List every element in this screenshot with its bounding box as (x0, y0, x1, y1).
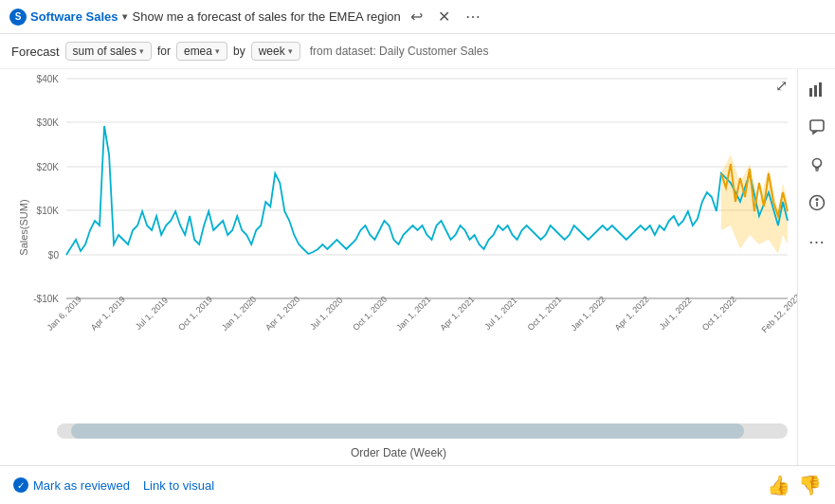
app-name: Software Sales (30, 9, 118, 24)
bottom-bar-left: ✓ Mark as reviewed Link to visual (13, 477, 752, 493)
svg-rect-33 (819, 82, 822, 97)
svg-text:Apr 1, 2021: Apr 1, 2021 (438, 295, 476, 333)
svg-text:Jan 1, 2021: Jan 1, 2021 (394, 295, 432, 333)
query-text: Show me a forecast of sales for the EMEA… (133, 9, 401, 24)
svg-text:Oct 1, 2020: Oct 1, 2020 (351, 295, 389, 333)
link-to-visual-label: Link to visual (143, 478, 214, 493)
bottom-bar: ✓ Mark as reviewed Link to visual 👍 👎 (0, 465, 835, 504)
top-bar: S Software Sales ▾ Show me a forecast of… (0, 0, 835, 34)
app-logo: S Software Sales ▾ (9, 9, 127, 26)
info-icon[interactable] (805, 192, 829, 213)
svg-text:$30K: $30K (37, 117, 60, 128)
sum-of-sales-chevron: ▾ (139, 46, 144, 56)
comment-icon[interactable] (805, 117, 829, 137)
svg-text:Apr 1, 2019: Apr 1, 2019 (89, 295, 127, 333)
app-name-chevron: ▾ (122, 11, 127, 22)
svg-text:Jan 1, 2022: Jan 1, 2022 (569, 295, 607, 333)
chart-container: Sales(SUM) $40K $30K $20K $10K $0 -$10K (0, 79, 797, 397)
link-to-visual-link[interactable]: Link to visual (143, 478, 214, 493)
svg-text:Apr 1, 2022: Apr 1, 2022 (613, 295, 651, 333)
chart-area: ⤢ Sales(SUM) $40K $30K $20K $10K $0 -$10… (0, 69, 797, 465)
svg-text:$40K: $40K (37, 74, 60, 84)
chart-icon[interactable] (805, 79, 829, 99)
week-chevron: ▾ (288, 46, 293, 56)
app-logo-icon: S (9, 9, 27, 26)
dataset-label: from dataset: Daily Customer Sales (310, 45, 489, 58)
svg-text:Apr 1, 2020: Apr 1, 2020 (263, 295, 301, 333)
emea-pill[interactable]: emea ▾ (176, 42, 227, 61)
reviewed-icon: ✓ (13, 477, 28, 493)
svg-text:Jul 1, 2022: Jul 1, 2022 (658, 296, 694, 332)
mark-as-reviewed-label: Mark as reviewed (33, 478, 130, 493)
forecast-bar: Forecast sum of sales ▾ for emea ▾ by we… (0, 34, 835, 69)
svg-rect-34 (810, 120, 824, 131)
svg-text:-$10K: -$10K (33, 294, 59, 304)
svg-text:$20K: $20K (37, 162, 60, 172)
sum-of-sales-label: sum of sales (73, 45, 136, 58)
bottom-bar-right: 👍 👎 (767, 474, 822, 496)
scrollbar-thumb[interactable] (71, 423, 743, 439)
main-content: ⤢ Sales(SUM) $40K $30K $20K $10K $0 -$10… (0, 69, 835, 465)
for-label: for (157, 45, 171, 58)
x-axis-label: Order Date (Week) (0, 442, 797, 465)
scrollbar-track[interactable] (57, 423, 797, 439)
svg-text:Oct 1, 2022: Oct 1, 2022 (700, 295, 738, 333)
svg-rect-32 (814, 85, 817, 97)
more-icon[interactable]: ⋯ (805, 230, 828, 254)
svg-text:Oct 1, 2021: Oct 1, 2021 (526, 295, 564, 333)
close-button[interactable]: ✕ (434, 6, 454, 27)
chart-svg: $40K $30K $20K $10K $0 -$10K Jan 6, 2019… (66, 79, 788, 344)
more-button[interactable]: ⋯ (462, 6, 484, 27)
thumbs-up-button[interactable]: 👍 (767, 474, 790, 496)
lightbulb-icon[interactable] (805, 154, 829, 175)
svg-text:Jan 1, 2020: Jan 1, 2020 (220, 295, 258, 333)
svg-text:$10K: $10K (37, 206, 60, 216)
week-label: week (259, 45, 285, 58)
top-bar-actions: ↩ ✕ ⋯ (407, 6, 484, 27)
thumbs-down-button[interactable]: 👎 (798, 474, 822, 496)
emea-label: emea (184, 45, 212, 58)
svg-text:Jul 1, 2019: Jul 1, 2019 (134, 296, 170, 332)
svg-point-35 (812, 159, 821, 168)
week-pill[interactable]: week ▾ (251, 42, 300, 61)
query-underline-emea: EMEA (329, 9, 363, 24)
svg-text:Oct 1, 2019: Oct 1, 2019 (176, 295, 214, 333)
mark-as-reviewed-link[interactable]: ✓ Mark as reviewed (13, 477, 130, 493)
query-underline-sales: sales (258, 9, 286, 24)
forecast-label: Forecast (11, 45, 60, 59)
emea-chevron: ▾ (215, 46, 220, 56)
svg-point-39 (816, 199, 818, 201)
svg-text:$0: $0 (48, 250, 60, 261)
svg-text:Jul 1, 2020: Jul 1, 2020 (308, 296, 344, 332)
svg-text:Jul 1, 2021: Jul 1, 2021 (482, 296, 518, 332)
back-button[interactable]: ↩ (407, 6, 427, 27)
right-sidebar: ⋯ (797, 69, 835, 465)
y-axis-label: Sales(SUM) (18, 199, 29, 256)
svg-rect-31 (809, 88, 812, 97)
by-label: by (233, 45, 245, 58)
sum-of-sales-pill[interactable]: sum of sales ▾ (65, 42, 152, 61)
